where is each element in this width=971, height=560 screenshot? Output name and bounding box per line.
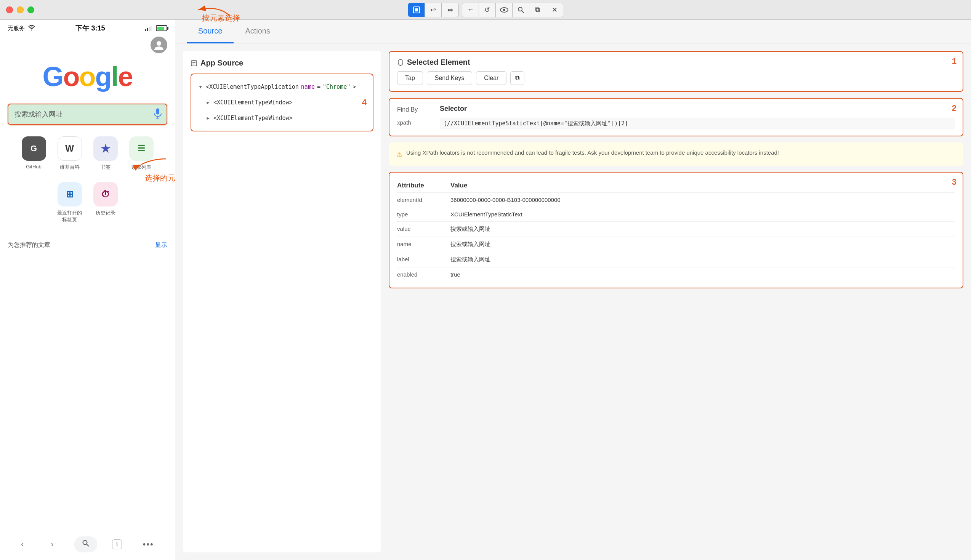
attr-key: elementId xyxy=(397,193,450,207)
xml-node-window1[interactable]: ▶ <XCUIElementTypeWindow> 4 xyxy=(197,93,367,112)
main-content: 无服务 下午 3:15 xyxy=(0,20,971,560)
quick-link-wiki[interactable]: W 维基百科 xyxy=(58,137,82,171)
send-keys-button[interactable]: Send Keys xyxy=(427,71,472,85)
svg-rect-9 xyxy=(147,28,148,31)
tab-actions[interactable]: Actions xyxy=(234,20,282,43)
inspector-attributes: 3 Attribute Value elementId36000000-0000… xyxy=(389,172,963,288)
quick-link-bookmark[interactable]: ★ 书签 xyxy=(93,137,118,171)
recommended-text: 为您推荐的文章 xyxy=(8,241,50,249)
google-logo: Google xyxy=(8,61,167,92)
attr-value: 36000000-0000-0000-B103-000000000000 xyxy=(450,193,955,207)
clear-button[interactable]: Clear xyxy=(476,71,506,85)
svg-rect-10 xyxy=(148,27,150,31)
tap-button[interactable]: Tap xyxy=(397,71,423,85)
eye-button[interactable] xyxy=(496,3,512,17)
nav-search-button[interactable] xyxy=(74,537,97,552)
history-link[interactable]: ⏱ 历史记录 xyxy=(93,182,118,223)
toggle-icon-3[interactable]: ▶ xyxy=(205,115,211,121)
action-buttons: Tap Send Keys Clear ⧉ xyxy=(397,71,955,85)
attr-key: name xyxy=(397,237,450,252)
nav-back-button[interactable]: ‹ xyxy=(15,537,30,552)
wiki-icon: W xyxy=(58,137,82,161)
nav-more-button[interactable]: ••• xyxy=(137,537,160,552)
tab-source[interactable]: Source xyxy=(187,20,234,43)
xpath-value[interactable]: (//XCUIElementTypeStaticText[@name="搜索或输… xyxy=(440,118,955,130)
undo-button[interactable]: ↩ xyxy=(425,3,442,17)
copy-nav-button[interactable]: ⧉ xyxy=(529,3,546,17)
inspector-panel: 1 Selected Element Tap Send Keys Clear ⧉… xyxy=(389,51,963,552)
table-row: value搜索或输入网址 xyxy=(397,222,955,237)
search-bar-container: 搜索或输入网址 xyxy=(8,103,167,125)
xml-node-window2[interactable]: ▶ <XCUIElementTypeWindow> xyxy=(197,112,367,125)
battery-fill xyxy=(157,27,164,30)
xml-window-tag: <XCUIElementTypeWindow> xyxy=(214,97,293,108)
source-badge: 4 xyxy=(362,94,367,111)
xpath-type-label: xpath xyxy=(397,118,435,126)
attr-key: label xyxy=(397,252,450,267)
battery-icon xyxy=(156,25,167,31)
svg-line-5 xyxy=(522,11,524,13)
inspector-selector: 2 Find By Selector xpath (//XCUIElementT… xyxy=(389,98,963,137)
source-panel: App Source ▼ <XCUIElementTypeApplication… xyxy=(183,51,381,552)
magnify-button[interactable] xyxy=(512,3,529,17)
table-row: enabledtrue xyxy=(397,267,955,282)
svg-line-17 xyxy=(87,544,89,547)
mic-icon[interactable] xyxy=(153,108,162,121)
history-label: 历史记录 xyxy=(96,210,115,217)
more-links-row: ⊞ 最近打开的标签页 ⏱ 历史记录 xyxy=(8,182,167,223)
close-nav-button[interactable]: ✕ xyxy=(546,3,563,17)
expand-button[interactable]: ⇔ xyxy=(442,3,459,17)
nav-tab-count[interactable]: 1 xyxy=(112,540,122,549)
table-row: label搜索或输入网址 xyxy=(397,252,955,267)
github-icon: G xyxy=(22,137,46,161)
svg-point-7 xyxy=(31,30,32,31)
close-button[interactable] xyxy=(6,7,13,13)
xml-node-application[interactable]: ▼ <XCUIElementTypeApplication name = "Ch… xyxy=(197,80,367,93)
maximize-button[interactable] xyxy=(27,7,34,13)
refresh-button[interactable]: ↺ xyxy=(479,3,496,17)
attr-key: enabled xyxy=(397,267,450,282)
attr-value: 搜索或输入网址 xyxy=(450,252,955,267)
recent-tabs-link[interactable]: ⊞ 最近打开的标签页 xyxy=(57,182,82,223)
attr-value: 搜索或输入网址 xyxy=(450,237,955,252)
account-avatar[interactable] xyxy=(150,37,167,53)
element-annotation-container: 选择的元素 xyxy=(145,157,175,183)
svg-rect-13 xyxy=(156,108,159,115)
nav-button-group: ← ↺ ⧉ ✕ xyxy=(462,3,563,17)
show-link[interactable]: 显示 xyxy=(155,241,167,249)
toggle-icon[interactable]: ▼ xyxy=(197,84,204,90)
attributes-table: Attribute Value elementId36000000-0000-0… xyxy=(397,179,955,282)
value-col-header: Value xyxy=(450,179,955,193)
xml-attr-val: "Chrome" xyxy=(323,81,350,93)
xml-tree: ▼ <XCUIElementTypeApplication name = "Ch… xyxy=(190,73,374,132)
wiki-label: 维基百科 xyxy=(60,164,80,171)
badge-2: 2 xyxy=(952,103,956,113)
attr-value: XCUIElementTypeStaticText xyxy=(450,207,955,222)
svg-point-3 xyxy=(503,9,506,11)
element-select-button[interactable] xyxy=(408,3,425,17)
nav-forward-button[interactable]: › xyxy=(45,537,60,552)
attr-key: value xyxy=(397,222,450,237)
selected-element-title: Selected Element xyxy=(397,58,955,67)
quick-links-row1: G GitHub W 维基百科 ★ 书签 ☰ 读取列表 xyxy=(8,137,167,171)
toggle-icon-2[interactable]: ▶ xyxy=(205,100,211,105)
quick-link-github[interactable]: G GitHub xyxy=(22,137,46,171)
selector-header: Selector xyxy=(440,105,955,113)
svg-rect-19 xyxy=(191,60,197,66)
recent-tabs-icon: ⊞ xyxy=(58,182,82,207)
table-row: elementId36000000-0000-0000-B103-0000000… xyxy=(397,193,955,207)
copy-element-button[interactable]: ⧉ xyxy=(510,71,524,85)
recent-tabs-label: 最近打开的标签页 xyxy=(57,210,82,223)
back-nav-button[interactable]: ← xyxy=(462,3,479,17)
warning-box: ⚠ Using XPath locators is not recommende… xyxy=(389,142,963,166)
status-time: 下午 3:15 xyxy=(75,23,105,33)
table-row: name搜索或输入网址 xyxy=(397,237,955,252)
bookmark-icon: ★ xyxy=(93,137,118,161)
badge-1: 1 xyxy=(952,57,956,66)
xml-close: > xyxy=(352,81,356,93)
traffic-lights xyxy=(6,7,34,13)
minimize-button[interactable] xyxy=(17,7,23,13)
search-bar[interactable]: 搜索或输入网址 xyxy=(8,103,167,125)
history-icon: ⏱ xyxy=(93,182,118,207)
find-by-label: Find By xyxy=(397,105,435,113)
